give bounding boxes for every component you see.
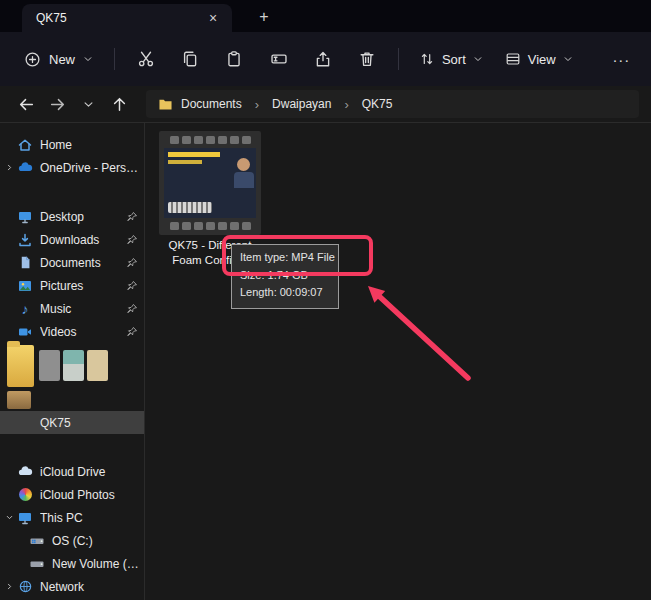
chevron-down-icon[interactable] [3,513,16,522]
up-button[interactable] [105,91,133,118]
onedrive-icon [16,160,34,176]
sort-button-label: Sort [442,52,466,67]
main-area: Home OneDrive - Personal Desktop Downloa… [0,123,651,600]
delete-button[interactable] [345,42,389,76]
navigation-pane: Home OneDrive - Personal Desktop Downloa… [0,123,145,600]
chevron-right-icon[interactable] [3,582,16,591]
desktop-icon [16,209,34,225]
chevron-down-icon [473,54,483,64]
tooltip-item-type: Item type: MP4 File [240,249,330,267]
tooltip-length: Length: 00:09:07 [240,284,330,302]
address-bar[interactable]: Documents › Dwaipayan › QK75 [146,90,639,118]
music-note-icon: ♪ [16,301,34,317]
file-info-tooltip: Item type: MP4 File Size: 1.74 GB Length… [231,244,339,309]
sort-icon [419,51,435,67]
toolbar-divider [114,48,115,70]
sidebar-item-home[interactable]: Home [0,133,144,156]
folder-icon [158,98,173,111]
sidebar-item-documents[interactable]: Documents [0,251,144,274]
chevron-down-icon [83,54,93,64]
icloud-photos-icon [16,487,34,503]
forward-button[interactable] [43,91,71,118]
tab-title: QK75 [36,11,204,25]
thumbnail-swatch [63,350,84,381]
sidebar-item-onedrive[interactable]: OneDrive - Personal [0,156,144,179]
tooltip-size: Size: 1.74 GB [240,267,330,285]
thumbnail-swatch [87,350,108,381]
pictures-icon [16,278,34,294]
sidebar-item-pictures[interactable]: Pictures [0,274,144,297]
copy-icon [181,50,199,68]
downloads-icon [16,232,34,248]
command-toolbar: New Sort Vie [0,32,651,86]
file-explorer-window: QK75 × + New [0,0,651,600]
tab-qk75[interactable]: QK75 × [22,4,232,32]
arrow-up-icon [111,96,128,113]
home-icon [16,137,34,153]
breadcrumb-item-qk75[interactable]: QK75 [360,95,395,113]
navigation-bar: Documents › Dwaipayan › QK75 [0,86,651,123]
sidebar-item-downloads[interactable]: Downloads [0,228,144,251]
sidebar-item-this-pc[interactable]: This PC [0,506,144,529]
drive-icon [28,556,46,572]
scissors-icon [137,50,155,68]
back-button[interactable] [12,91,40,118]
toolbar-divider [398,48,399,70]
sidebar-item-network[interactable]: Network [0,575,144,598]
sidebar-item-icloud-photos[interactable]: iCloud Photos [0,483,144,506]
share-icon [314,50,332,68]
breadcrumb-item-documents[interactable]: Documents [179,95,244,113]
pin-icon [124,234,139,246]
sidebar-folder-thumbnails [0,343,144,411]
videos-icon [16,324,34,340]
pin-icon [124,326,139,338]
os-drive-icon [28,533,46,549]
pin-icon [124,303,139,315]
video-frame-preview [164,148,256,218]
rename-button[interactable] [256,42,300,76]
see-more-button[interactable]: ··· [604,42,639,76]
this-pc-icon [16,510,34,526]
new-button[interactable]: New [12,42,105,76]
paste-icon [225,50,243,68]
pin-icon [124,211,139,223]
view-icon [505,51,521,67]
sidebar-item-videos[interactable]: Videos [0,320,144,343]
sort-button[interactable]: Sort [408,42,494,76]
video-thumbnail [159,131,261,235]
copy-button[interactable] [168,42,212,76]
sidebar-item-new-volume-d[interactable]: New Volume (D:) [0,552,144,575]
pin-icon [124,280,139,292]
chevron-down-icon [563,54,573,64]
share-button[interactable] [301,42,345,76]
view-button-label: View [528,52,556,67]
paste-button[interactable] [212,42,256,76]
sidebar-item-icloud-drive[interactable]: iCloud Drive [0,460,144,483]
document-icon [16,255,34,271]
breadcrumb-separator: › [250,97,264,112]
tab-close-icon[interactable]: × [204,9,222,27]
network-globe-icon [16,579,34,595]
file-list-area[interactable]: QK75 - Different Foam Config... Item typ… [145,123,651,600]
sidebar-item-qk75[interactable]: QK75 [0,411,144,434]
sidebar-item-os-c[interactable]: OS (C:) [0,529,144,552]
trash-icon [358,50,376,68]
folder-thumbnail-icon[interactable] [7,391,31,409]
new-button-label: New [49,52,75,67]
breadcrumb-item-dwaipayan[interactable]: Dwaipayan [270,95,333,113]
arrow-left-icon [18,96,35,113]
pin-icon [124,257,139,269]
sidebar-item-desktop[interactable]: Desktop [0,205,144,228]
cut-button[interactable] [124,42,168,76]
sidebar-item-music[interactable]: ♪ Music [0,297,144,320]
new-tab-button[interactable]: + [252,5,276,29]
folder-thumbnail-icon[interactable] [7,345,34,387]
breadcrumb-separator: › [339,97,353,112]
new-icon [24,51,41,68]
chevron-down-icon [83,99,94,110]
view-button[interactable]: View [494,42,584,76]
recent-locations-button[interactable] [74,91,102,118]
chevron-right-icon[interactable] [3,163,16,172]
icloud-drive-icon [16,464,34,480]
arrow-right-icon [49,96,66,113]
